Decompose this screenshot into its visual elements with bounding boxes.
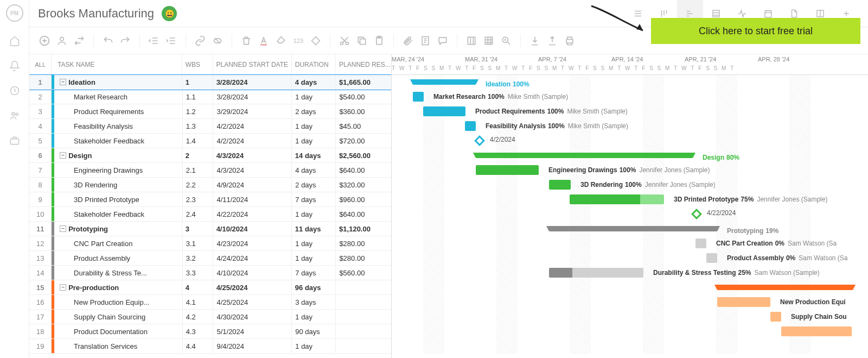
task-resource[interactable]: $2,560.00	[336, 148, 391, 162]
task-start[interactable]: 4/24/2024	[213, 251, 292, 265]
add-task-icon[interactable]	[38, 34, 51, 47]
zoom-icon[interactable]	[500, 34, 513, 47]
milestone-icon[interactable]	[691, 209, 702, 219]
task-duration[interactable]: 7 days	[292, 266, 336, 280]
task-duration[interactable]: 2 days	[292, 104, 336, 118]
task-wbs[interactable]: 1.4	[183, 134, 214, 148]
task-name[interactable]: 3D Printed Prototype	[54, 192, 183, 206]
team-icon[interactable]	[9, 110, 21, 122]
task-duration[interactable]: 2 days	[292, 178, 336, 192]
home-icon[interactable]	[9, 35, 21, 47]
task-wbs[interactable]: 4	[182, 280, 213, 294]
task-resource[interactable]	[336, 324, 391, 338]
task-wbs[interactable]: 4.3	[183, 324, 214, 338]
task-start[interactable]: 4/10/2024	[213, 266, 292, 280]
table-row[interactable]: 7Engineering Drawings2.14/3/20244 days$6…	[29, 163, 391, 178]
gantt-row[interactable]: Supply Chain Sou	[392, 310, 868, 324]
gantt-row[interactable]	[392, 280, 868, 295]
table-row[interactable]: 19Translation Services4.49/4/20241 day	[29, 339, 391, 354]
assign-icon[interactable]	[55, 34, 68, 47]
task-name[interactable]: Feasibility Analysis	[54, 119, 183, 133]
gantt-bar[interactable]: Engineering Drawings100%Jennifer Jones (…	[476, 165, 539, 175]
gantt-row[interactable]: 4/22/2024	[392, 207, 868, 222]
redo-icon[interactable]	[119, 34, 132, 47]
task-start[interactable]: 3/28/2024	[213, 90, 292, 104]
swap-icon[interactable]	[73, 34, 86, 47]
task-resource[interactable]	[336, 339, 391, 353]
task-duration[interactable]: 11 days	[292, 222, 336, 236]
task-duration[interactable]: 3 days	[292, 295, 336, 309]
gantt-row[interactable]: Ideation100%	[392, 75, 868, 90]
task-wbs[interactable]: 3.2	[183, 251, 214, 265]
task-name[interactable]: Product Requirements	[54, 104, 183, 118]
table-row[interactable]: 11−Prototyping34/10/202411 days$1,120.00	[29, 222, 391, 236]
table-row[interactable]: 17Supply Chain Sourcing4.24/30/20241 day	[29, 310, 391, 324]
gantt-row[interactable]: Prototyping19%	[392, 222, 868, 236]
gantt-bar[interactable]: 3D Rendering100%Jennifer Jones (Sample)	[549, 180, 571, 190]
numbering-icon[interactable]: 123	[292, 34, 305, 47]
task-start[interactable]: 5/1/2024	[213, 324, 292, 338]
gantt-bar[interactable]	[781, 326, 852, 336]
gantt-bar[interactable]: Prototyping19%	[549, 226, 717, 231]
table-row[interactable]: 18Product Documentation4.35/1/202490 day…	[29, 324, 391, 339]
task-resource[interactable]: $280.00	[336, 236, 391, 250]
task-start[interactable]: 4/9/2024	[213, 178, 292, 192]
task-duration[interactable]: 1 day	[292, 119, 336, 133]
task-wbs[interactable]: 3.3	[183, 266, 214, 280]
export-icon[interactable]	[546, 34, 559, 47]
gantt-row[interactable]: New Production Equi	[392, 295, 868, 310]
task-duration[interactable]: 1 day	[292, 339, 336, 353]
highlight-icon[interactable]	[275, 34, 288, 47]
task-duration[interactable]: 14 days	[292, 148, 336, 162]
milestone-icon[interactable]	[474, 135, 485, 146]
table-row[interactable]: 2Market Research1.13/28/20241 day$540.00	[29, 90, 391, 104]
col-start[interactable]: PLANNED START DATE	[213, 54, 292, 74]
app-logo[interactable]: PM	[6, 4, 23, 22]
gantt-bar[interactable]: New Production Equi	[717, 297, 770, 307]
collapse-icon[interactable]: −	[60, 284, 66, 291]
task-resource[interactable]: $45.00	[336, 119, 391, 133]
col-res[interactable]: PLANNED RES...	[336, 54, 391, 74]
task-start[interactable]: 3/28/2024	[213, 75, 292, 89]
columns-icon[interactable]	[465, 34, 478, 47]
task-start[interactable]: 4/25/2024	[213, 280, 292, 294]
collapse-icon[interactable]: −	[60, 225, 66, 232]
task-resource[interactable]: $560.00	[336, 266, 391, 280]
task-name[interactable]: Product Assembly	[54, 251, 183, 265]
task-resource[interactable]	[336, 310, 391, 324]
task-wbs[interactable]: 1.1	[183, 90, 214, 104]
task-name[interactable]: Stakeholder Feedback	[54, 134, 183, 148]
paste-icon[interactable]	[373, 34, 386, 47]
task-resource[interactable]: $320.00	[336, 178, 391, 192]
table-row[interactable]: 5Stakeholder Feedback1.44/2/20241 day$72…	[29, 134, 391, 148]
task-start[interactable]: 4/2/2024	[213, 119, 292, 133]
gantt-row[interactable]	[392, 324, 868, 339]
table-row[interactable]: 15−Pre-production44/25/202496 days	[29, 280, 391, 295]
task-duration[interactable]: 1 day	[292, 207, 336, 221]
task-name[interactable]: Product Documentation	[54, 324, 183, 338]
gantt-bar[interactable]: Market Research100%Mike Smith (Sample)	[413, 92, 424, 102]
task-duration[interactable]: 96 days	[292, 280, 336, 294]
gantt-row[interactable]: 3D Rendering100%Jennifer Jones (Sample)	[392, 178, 868, 192]
notes-icon[interactable]	[419, 34, 432, 47]
gantt-bar[interactable]: Supply Chain Sou	[770, 312, 781, 322]
task-start[interactable]: 4/10/2024	[213, 222, 292, 236]
task-resource[interactable]: $640.00	[336, 207, 391, 221]
gantt-bar[interactable]: Feasibility Analysis100%Mike Smith (Samp…	[465, 121, 476, 131]
gantt-bar[interactable]: Ideation100%	[413, 79, 476, 85]
gantt-row[interactable]: Product Assembly0%Sam Watson (Sa	[392, 251, 868, 266]
gantt-row[interactable]: 3D Printed Prototype75%Jennifer Jones (S…	[392, 192, 868, 207]
task-resource[interactable]: $280.00	[336, 251, 391, 265]
task-name[interactable]: −Pre-production	[54, 280, 182, 294]
table-row[interactable]: 12CNC Part Creation3.14/23/20241 day$280…	[29, 236, 391, 251]
task-duration[interactable]: 1 day	[292, 236, 336, 250]
task-resource[interactable]: $640.00	[336, 163, 391, 177]
gantt-bar[interactable]: CNC Part Creation0%Sam Watson (Sa	[695, 238, 706, 248]
task-name[interactable]: Translation Services	[54, 339, 183, 353]
task-resource[interactable]: $720.00	[336, 134, 391, 148]
table-row[interactable]: 14Durability & Stress Te...3.34/10/20247…	[29, 266, 391, 280]
gantt-row[interactable]: Market Research100%Mike Smith (Sample)	[392, 90, 868, 104]
task-resource[interactable]	[336, 280, 391, 294]
gantt-bar[interactable]: 3D Printed Prototype75%Jennifer Jones (S…	[570, 194, 664, 204]
col-wbs[interactable]: WBS	[182, 54, 213, 74]
